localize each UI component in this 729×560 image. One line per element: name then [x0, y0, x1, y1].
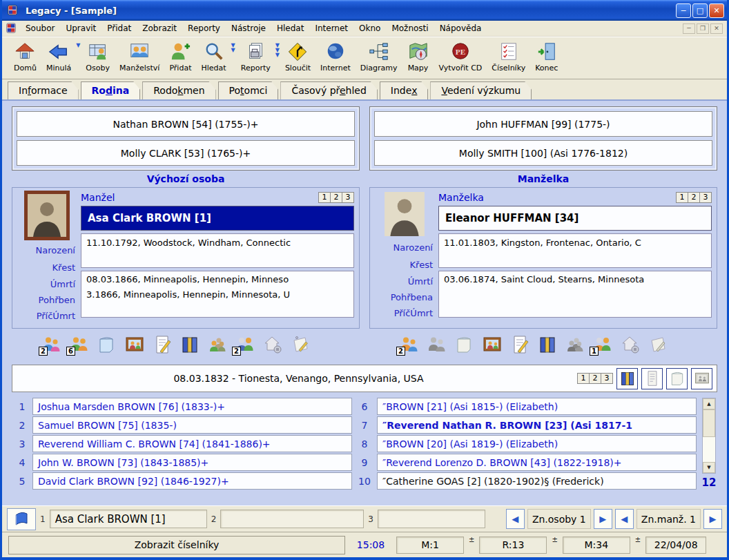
husband-page1-button[interactable]: 1: [318, 192, 331, 203]
scroll-down-icon[interactable]: ▼: [703, 462, 715, 473]
husband-christening-value[interactable]: [81, 251, 353, 267]
toolbar-charts-button[interactable]: Diagramy: [356, 40, 402, 74]
wife-burial-value[interactable]: [439, 287, 711, 302]
menu-soubor[interactable]: Soubor: [20, 22, 60, 35]
mdi-minimize-button[interactable]: ─: [683, 23, 695, 34]
marriage-notes-button[interactable]: [666, 368, 688, 389]
marriage-info[interactable]: 08.03.1832 - Tionesta, Venango, Pennsylv…: [19, 373, 578, 384]
wife-death-value[interactable]: 03.06.1874, Saint Cloud, Stearns, Minnes…: [439, 271, 711, 287]
marriage-page1-button[interactable]: 1: [577, 373, 590, 384]
husband-mother-box[interactable]: Molly CLARK [53] (1765-)+: [17, 140, 355, 166]
wife-events-icon[interactable]: [510, 335, 529, 354]
menu-hledat[interactable]: Hledat: [271, 22, 309, 35]
husband-address-icon[interactable]: [263, 335, 282, 354]
close-button[interactable]: ✕: [709, 3, 724, 18]
husband-name[interactable]: Asa Clark BROWN [1]: [81, 206, 354, 231]
wife-page2-button[interactable]: 2: [688, 192, 700, 203]
child-row-10[interactable]: ″Catherine GOAS [2] (1820-1902)§ (Freder…: [377, 472, 697, 490]
husband-page2-button[interactable]: 2: [330, 192, 342, 203]
husband-death-value[interactable]: 08.03.1866, Minneapolis, Hennepin, Minne…: [81, 271, 353, 287]
wife-todo-icon[interactable]: [648, 335, 668, 354]
wife-name[interactable]: Eleanor HUFFMAN [34]: [438, 206, 712, 231]
toolbar-reports-button[interactable]: Reporty: [236, 40, 275, 74]
person-next-button[interactable]: ▶: [594, 509, 612, 529]
menu-reporty[interactable]: Reporty: [182, 22, 226, 35]
husband-page3-button[interactable]: 3: [342, 192, 354, 203]
child-row-2[interactable]: Samuel BROWN [75] (1835-): [32, 416, 352, 434]
toolbar-lists-button[interactable]: Číselníky: [487, 40, 530, 74]
toolbar-merge-button[interactable]: Sloučit: [280, 40, 315, 74]
husband-father-box[interactable]: Nathan BROWN [54] (1755-)+: [17, 111, 355, 137]
children-scrollbar[interactable]: ▲ ▼: [702, 398, 716, 474]
toolbar-back-button[interactable]: Minulá: [41, 40, 76, 74]
toolbar-home-button[interactable]: Domů: [9, 40, 41, 74]
marriage-next-button[interactable]: ▶: [703, 509, 722, 529]
reports-dropdown-icon[interactable]: ▼▼▼: [275, 40, 280, 57]
plusminus-3[interactable]: ±: [635, 532, 641, 543]
child-row-1[interactable]: Joshua Marsden BROWN [76] (1833-)+: [32, 398, 352, 415]
marriage-page2-button[interactable]: 2: [589, 373, 601, 384]
wife-parents-icon[interactable]: 2: [400, 335, 419, 354]
person-prev-button[interactable]: ◀: [506, 509, 525, 529]
husband-witnesses-icon[interactable]: [208, 335, 227, 354]
wife-birth-value[interactable]: 11.01.1803, Kingston, Frontenac, Ontario…: [439, 234, 711, 251]
tab-index[interactable]: Index: [380, 81, 429, 99]
tab-vedeni-vyzkumu[interactable]: Vedení výzkumu: [430, 81, 532, 99]
wife-cause-value[interactable]: [439, 302, 711, 317]
husband-parents-caption[interactable]: Výchozí osoba: [12, 173, 360, 184]
husband-spouses-icon[interactable]: 2: [235, 335, 255, 354]
husband-cause-value[interactable]: [81, 302, 353, 317]
wife-page1-button[interactable]: 1: [676, 192, 688, 203]
menu-okno[interactable]: Okno: [353, 22, 386, 35]
minimize-button[interactable]: ─: [676, 3, 691, 18]
maximize-button[interactable]: □: [692, 3, 708, 18]
bookmark-button[interactable]: [7, 508, 36, 530]
menu-internet[interactable]: Internet: [309, 22, 353, 35]
menu-upravit[interactable]: Upravit: [60, 22, 101, 35]
tab-potomci[interactable]: Potomci: [218, 81, 279, 99]
marriage-pictures-button[interactable]: [691, 368, 712, 389]
menu-nastroje[interactable]: Nástroje: [226, 22, 271, 35]
menu-napoveda[interactable]: Nápověda: [434, 22, 487, 35]
husband-burial-value[interactable]: 3.1866, Minneapolis, Hennepin, Minnesota…: [81, 287, 353, 302]
plusminus-2[interactable]: ±: [552, 532, 557, 543]
husband-siblings-icon[interactable]: 6: [70, 335, 89, 354]
menu-pridat[interactable]: Přidat: [101, 22, 137, 35]
wife-witnesses-icon[interactable]: [565, 335, 585, 354]
wife-siblings-icon[interactable]: [427, 335, 447, 354]
toolbar-internet-button[interactable]: Internet: [315, 40, 356, 74]
tab-rodokmen[interactable]: Rodokmen: [142, 81, 215, 99]
husband-notes-icon[interactable]: [97, 335, 117, 354]
tab-informace[interactable]: Informace: [8, 81, 79, 99]
scroll-up-icon[interactable]: ▲: [703, 398, 715, 409]
child-row-3[interactable]: Reverend William C. BROWN [74] (1841-188…: [32, 435, 352, 452]
menu-zobrazit[interactable]: Zobrazit: [137, 22, 182, 35]
child-row-9[interactable]: ″Reverend Lorenzo D. BROWN [43] (1822-19…: [377, 454, 697, 471]
wife-page3-button[interactable]: 3: [699, 192, 712, 203]
wife-notes-icon[interactable]: [455, 335, 474, 354]
bookmark-slot-1[interactable]: Asa Clark BROWN [1]: [50, 510, 207, 528]
wife-christening-value[interactable]: [439, 251, 711, 267]
search-dropdown-icon[interactable]: ▼▼: [231, 40, 236, 52]
husband-birth-value[interactable]: 11.10.1792, Woodstock, Windham, Connecti…: [81, 234, 353, 251]
plusminus-1[interactable]: ±: [469, 532, 474, 543]
toolbar-search-button[interactable]: Hledat: [196, 40, 231, 74]
husband-pictures-icon[interactable]: [125, 335, 144, 354]
child-row-4[interactable]: John W. BROWN [73] (1843-1885)+: [32, 454, 352, 471]
toolbar-marriage-button[interactable]: Manželství: [115, 40, 164, 74]
toolbar-maps-button[interactable]: Mapy: [402, 40, 434, 74]
wife-father-box[interactable]: John HUFFMAN [99] (1775-): [374, 111, 712, 137]
bookmark-slot-2[interactable]: [220, 510, 364, 528]
scroll-thumb[interactable]: [703, 409, 715, 437]
marriage-events-button[interactable]: [641, 368, 663, 389]
marriage-page3-button[interactable]: 3: [601, 373, 613, 384]
wife-portrait[interactable]: [385, 192, 425, 236]
toolbar-exit-button[interactable]: Konec: [530, 40, 563, 74]
wife-spouses-icon[interactable]: 1: [593, 335, 612, 354]
husband-sources-icon[interactable]: [180, 335, 200, 354]
wife-address-icon[interactable]: [621, 335, 640, 354]
wife-sources-icon[interactable]: [538, 335, 557, 354]
menu-moznosti[interactable]: Možnosti: [386, 22, 434, 35]
marriage-sources-button[interactable]: [616, 368, 638, 389]
husband-portrait[interactable]: [24, 191, 70, 240]
